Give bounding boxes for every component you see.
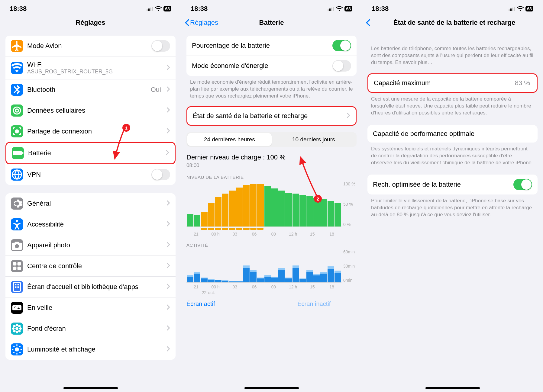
svg-point-15 [15,327,18,330]
home-icon [11,281,23,293]
screen-tabs: Écran actif Écran inactif [181,295,362,307]
svg-point-22 [19,325,20,327]
optimized-charging-row[interactable]: Rech. optimisée de la batterie [367,175,538,194]
status-time: 18:38 [191,5,208,13]
low-power-toggle[interactable] [332,60,351,72]
level-bar [257,184,263,227]
activity-bar [264,275,271,282]
chevron-right-icon [166,86,170,93]
learn-more-link[interactable]: En savoir plus… [395,59,432,65]
row-value: Oui [151,86,161,94]
chevron-right-icon [166,284,170,290]
svg-rect-5 [18,262,21,266]
tab-screen-inactive[interactable]: Écran inactif [272,300,357,307]
level-bar [306,196,313,227]
annotation-marker-2: 2 [314,195,322,203]
activity-bar [257,278,263,282]
settings-row-camera[interactable]: Appareil photo [5,235,176,256]
settings-row-control[interactable]: Centre de contrôle [5,256,176,277]
activity-bar [194,272,200,282]
chevron-right-icon [166,128,170,135]
back-button[interactable]: Réglages [185,19,218,27]
row-label: Wi-Fi [27,61,162,69]
settings-row-battery[interactable]: Batterie [5,142,176,164]
toggle[interactable] [151,169,170,180]
svg-point-23 [14,330,15,332]
settings-row-airplane[interactable]: Mode Avion [5,36,176,56]
row-label: Appareil photo [27,241,162,249]
battery-toggles: Pourcentage de la batterie Mode économie… [186,36,357,76]
row-label: VPN [27,171,147,178]
time-range-segment[interactable]: 24 dernières heures 10 derniers jours [186,132,357,147]
settings-row-bluetooth[interactable]: BluetoothOui [5,79,176,100]
accessibility-icon [11,218,23,230]
toggle[interactable] [151,40,170,52]
svg-rect-12 [18,286,19,288]
home-indicator[interactable] [63,387,118,389]
svg-rect-4 [13,262,17,266]
home-indicator[interactable] [425,387,480,389]
settings-row-gear[interactable]: Général [5,193,176,214]
seg-10d[interactable]: 10 derniers jours [272,133,356,146]
settings-row-accessibility[interactable]: Accessibilité [5,214,176,235]
charging-strip [186,228,357,230]
row-label: En veille [27,304,162,312]
max-capacity-row[interactable]: Capacité maximum 83 % [368,74,537,92]
tab-screen-active[interactable]: Écran actif [186,300,272,307]
cellular-icon [11,104,23,117]
status-right: 63 [328,6,352,11]
status-time: 18:38 [372,5,389,13]
low-power-row[interactable]: Mode économie d'énergie [186,56,357,76]
svg-point-17 [16,331,18,333]
chevron-right-icon [347,113,350,119]
seg-24h[interactable]: 24 dernières heures [187,133,272,146]
settings-row-home[interactable]: Écran d'accueil et bibliothèque d'apps [5,277,176,297]
battery-pct-icon: 63 [525,6,533,11]
settings-row-hotspot[interactable]: Partage de connexion [5,121,176,142]
nav-header: État de santé de la batterie et recharge [362,15,543,30]
settings-row-standby[interactable]: 9:4En veille [5,297,176,318]
control-icon [11,260,23,272]
wifi-icon [336,6,343,11]
last-charge-title: Dernier niveau de charge : 100 % [186,152,357,162]
annotation-marker-1: 1 [122,124,130,132]
page-title: Réglages [4,19,177,27]
settings-row-brightness[interactable]: Luminosité et affichage [5,339,176,360]
wifi-icon [517,6,524,11]
row-label: Centre de contrôle [27,262,162,270]
settings-group-2: GénéralAccessibilitéAppareil photoCentre… [5,193,176,360]
battery-pct-icon: 63 [163,6,171,11]
perf-capability-row[interactable]: Capacité de performance optimale [367,125,538,143]
activity-bar [313,274,320,282]
row-label: Rech. optimisée de la batterie [373,181,509,188]
activity-bar [236,281,243,282]
level-bar [215,197,221,227]
battery-percentage-row[interactable]: Pourcentage de la batterie [186,36,357,56]
settings-row-wifi[interactable]: Wi-FiASUS_ROG_STRIX_ROUTER_5G [5,56,176,79]
battery-health-row[interactable]: État de santé de la batterie et recharge [187,107,356,125]
level-chart-label: NIVEAU DE LA BATTERIE [186,175,357,180]
nav-header: Réglages [0,15,181,30]
svg-rect-1 [22,152,23,154]
svg-point-24 [15,347,19,351]
last-charge-time: 08:00 [186,162,357,169]
level-bar [271,188,278,227]
svg-rect-6 [13,267,17,270]
settings-row-cellular[interactable]: Données cellulaires [5,100,176,121]
level-bar [299,195,306,227]
home-indicator[interactable] [244,387,299,389]
status-bar: 18:38 63 [181,0,362,15]
nav-header: Réglages Batterie [181,15,362,30]
settings-row-wallpaper[interactable]: Fond d'écran [5,318,176,339]
battery-percentage-toggle[interactable] [332,40,351,51]
back-button[interactable] [366,19,370,26]
svg-rect-8 [13,282,20,291]
optimized-charging-toggle[interactable] [513,179,532,190]
svg-line-31 [19,346,20,347]
level-bar [243,185,250,227]
chevron-right-icon [166,65,170,71]
svg-text:9:4: 9:4 [14,306,20,310]
status-time: 18:38 [10,5,27,13]
row-label: État de santé de la batterie et recharge [193,112,342,120]
settings-row-vpn[interactable]: VPN [5,164,176,185]
